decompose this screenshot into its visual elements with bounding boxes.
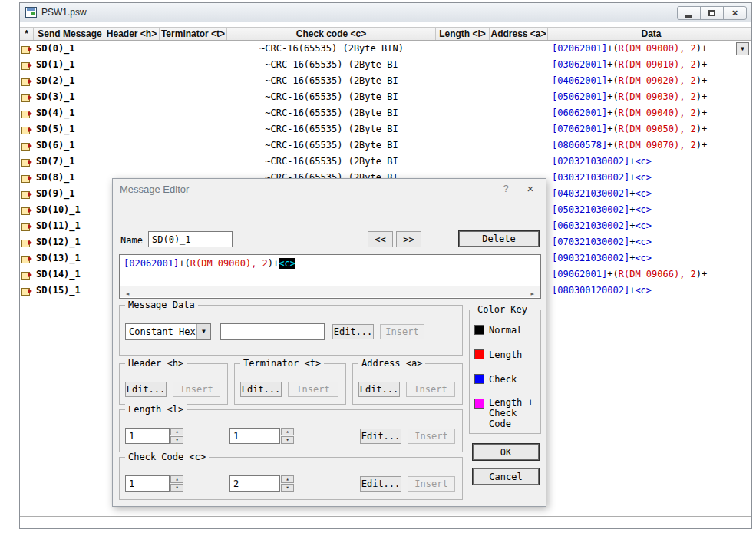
spin-down-icon[interactable] <box>281 484 294 492</box>
minimize-button[interactable] <box>677 6 701 20</box>
window-titlebar[interactable]: PSW1.psw × <box>20 3 751 22</box>
data-cell[interactable]: [060321030002]+<c> <box>548 218 751 234</box>
name-input[interactable] <box>148 231 233 247</box>
length-value-2[interactable] <box>229 428 280 444</box>
table-row[interactable]: SD(0)_1 ~CRC-16(65535) (2Byte BIN) [0206… <box>20 41 751 57</box>
message-data-edit-button[interactable]: Edit... <box>332 324 374 339</box>
check-code-edit-button[interactable]: Edit... <box>360 476 401 492</box>
check-code-spinner-2[interactable] <box>281 475 294 492</box>
data-cell[interactable]: [03062001]+(R(DM 09010), 2)+ <box>548 57 751 73</box>
send-message-name[interactable]: SD(7)_1 <box>34 154 104 170</box>
table-row[interactable]: SD(6)_1 ~CRC-16(65535) (2Byte BI [080605… <box>20 137 751 154</box>
table-row[interactable]: SD(5)_1 ~CRC-16(65535) (2Byte BI [070620… <box>20 121 751 137</box>
send-message-name[interactable]: SD(5)_1 <box>34 121 104 137</box>
spin-up-icon[interactable] <box>281 475 294 483</box>
row-icon-cell <box>20 186 34 202</box>
dialog-close-button[interactable]: × <box>520 180 541 197</box>
data-cell[interactable]: [02062001]+(R(DM 09000), 2)+ <box>548 41 751 57</box>
data-cell[interactable]: [080300120002]+<c> <box>548 283 751 299</box>
length-cell <box>436 137 490 154</box>
data-dropdown-button[interactable] <box>736 42 749 55</box>
scroll-right-icon[interactable] <box>527 287 538 296</box>
send-message-name[interactable]: SD(11)_1 <box>34 218 104 234</box>
help-button[interactable]: ? <box>495 180 517 197</box>
maximize-button[interactable] <box>700 6 724 20</box>
send-message-name[interactable]: SD(15)_1 <box>34 283 104 299</box>
length-value-1[interactable] <box>125 428 170 444</box>
send-message-name[interactable]: SD(9)_1 <box>34 186 104 202</box>
length-spinner-1[interactable] <box>170 428 183 444</box>
previous-button[interactable]: << <box>368 231 393 247</box>
table-row[interactable]: SD(2)_1 ~CRC-16(65535) (2Byte BI [040620… <box>20 73 751 89</box>
column-header-star[interactable]: * <box>20 28 34 40</box>
send-message-name[interactable]: SD(8)_1 <box>34 170 104 186</box>
send-message-name[interactable]: SD(12)_1 <box>34 234 104 250</box>
data-cell[interactable]: [04062001]+(R(DM 09020), 2)+ <box>548 73 751 89</box>
table-row[interactable]: SD(3)_1 ~CRC-16(65535) (2Byte BI [050620… <box>20 89 751 105</box>
length-cell <box>436 154 490 170</box>
column-header-data[interactable]: Data <box>548 28 751 40</box>
next-button[interactable]: >> <box>396 231 421 247</box>
send-message-name[interactable]: SD(4)_1 <box>34 105 104 121</box>
send-message-name[interactable]: SD(2)_1 <box>34 73 104 89</box>
data-cell[interactable]: [050321030002]+<c> <box>548 202 751 218</box>
spin-down-icon[interactable] <box>170 436 183 444</box>
scroll-left-icon[interactable] <box>122 287 133 296</box>
message-data-input[interactable] <box>220 323 325 340</box>
spin-up-icon[interactable] <box>170 428 183 435</box>
column-header-check-code[interactable]: Check code <c> <box>227 28 436 40</box>
send-message-name[interactable]: SD(13)_1 <box>34 250 104 266</box>
send-message-name[interactable]: SD(1)_1 <box>34 57 104 73</box>
color-swatch-length <box>474 349 484 359</box>
data-cell[interactable]: [020321030002]+<c> <box>548 154 751 170</box>
data-cell[interactable]: [08060578]+(R(DM 09070), 2)+ <box>548 137 751 154</box>
ok-button[interactable]: OK <box>472 443 540 461</box>
column-header-send-message[interactable]: Send Message <box>34 28 104 40</box>
length-spinner-2[interactable] <box>281 428 294 444</box>
send-message-name[interactable]: SD(3)_1 <box>34 89 104 105</box>
message-data-group-label: Message Data <box>125 300 198 310</box>
dialog-titlebar[interactable]: Message Editor ? × <box>113 179 546 199</box>
message-preview[interactable]: [02062001]+(R(DM 09000), 2)+<c> <box>119 254 541 299</box>
data-cell[interactable]: [030321030002]+<c> <box>548 170 751 186</box>
data-cell[interactable]: [070321030002]+<c> <box>548 234 751 250</box>
table-row[interactable]: SD(1)_1 ~CRC-16(65535) (2Byte BI [030620… <box>20 57 751 73</box>
check-code-spinner-1[interactable] <box>170 475 183 492</box>
check-code-value-2[interactable] <box>229 475 280 492</box>
horizontal-scrollbar[interactable] <box>120 286 540 297</box>
data-cell[interactable]: [09062001]+(R(DM 09066), 2)+ <box>548 266 751 283</box>
spin-up-icon[interactable] <box>281 428 294 435</box>
delete-button[interactable]: Delete <box>458 230 540 247</box>
column-header-terminator[interactable]: Terminator <t> <box>160 28 227 40</box>
terminator-edit-button[interactable]: Edit... <box>240 382 282 397</box>
data-cell[interactable]: [040321030002]+<c> <box>548 186 751 202</box>
spin-down-icon[interactable] <box>281 436 294 444</box>
column-header-length[interactable]: Length <l> <box>436 28 490 40</box>
data-cell[interactable]: [05062001]+(R(DM 09030), 2)+ <box>548 89 751 105</box>
send-message-name[interactable]: SD(6)_1 <box>34 137 104 154</box>
table-row[interactable]: SD(7)_1 ~CRC-16(65535) (2Byte BI [020321… <box>20 154 751 170</box>
chevron-down-icon[interactable] <box>196 324 210 339</box>
text-segment: [02062001] <box>124 258 179 269</box>
column-header-header[interactable]: Header <h> <box>104 28 160 40</box>
send-message-name[interactable]: SD(10)_1 <box>34 202 104 218</box>
data-cell[interactable]: [090321030002]+<c> <box>548 250 751 266</box>
row-icon-cell <box>20 41 34 57</box>
close-button[interactable]: × <box>723 6 747 20</box>
pane-divider <box>20 516 751 517</box>
header-edit-button[interactable]: Edit... <box>125 382 167 397</box>
length-edit-button[interactable]: Edit... <box>360 429 401 444</box>
data-type-select[interactable]: Constant Hex <box>125 323 211 340</box>
check-code-value-1[interactable] <box>125 475 170 492</box>
column-header-address[interactable]: Address <a> <box>490 28 548 40</box>
data-cell[interactable]: [06062001]+(R(DM 09040), 2)+ <box>548 105 751 121</box>
cancel-button[interactable]: Cancel <box>472 468 540 485</box>
data-cell[interactable]: [07062001]+(R(DM 09050), 2)+ <box>548 121 751 137</box>
address-cell <box>490 154 548 170</box>
spin-down-icon[interactable] <box>170 484 183 492</box>
send-message-name[interactable]: SD(14)_1 <box>34 266 104 283</box>
address-edit-button[interactable]: Edit... <box>358 382 400 397</box>
send-message-name[interactable]: SD(0)_1 <box>34 41 104 57</box>
table-row[interactable]: SD(4)_1 ~CRC-16(65535) (2Byte BI [060620… <box>20 105 751 121</box>
spin-up-icon[interactable] <box>170 475 183 483</box>
